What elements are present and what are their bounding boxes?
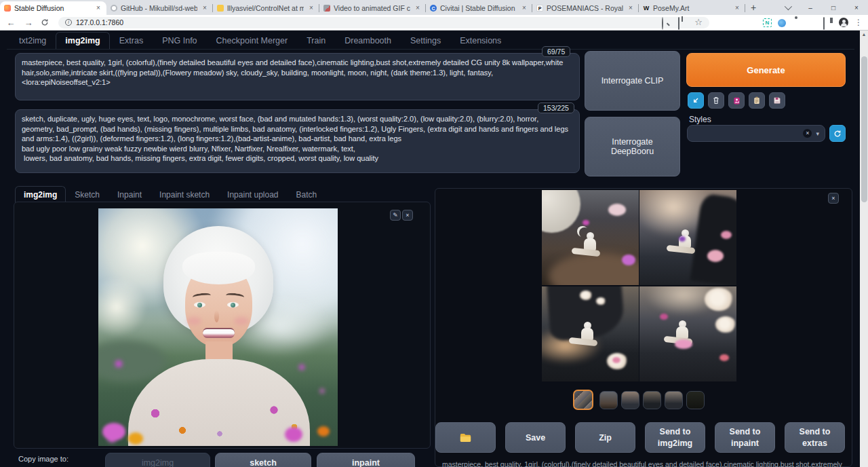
gallery-thumbnail-4[interactable]: [643, 391, 661, 409]
send-to-img2img-button[interactable]: Send to img2img: [645, 422, 705, 453]
tab-settings[interactable]: Settings: [401, 32, 450, 49]
close-gallery-preview-icon[interactable]: ×: [828, 193, 839, 204]
url-text: 127.0.0.1:7860: [76, 18, 123, 26]
browser-tab-posemyart[interactable]: W PoseMy.Art ×: [639, 1, 745, 15]
prompt-input[interactable]: masterpiece, best quality, 1girl, (color…: [15, 53, 580, 100]
browser-tab-civitai[interactable]: C Civitai | Stable Diffusion models ×: [426, 1, 532, 15]
mode-tab-img2img[interactable]: img2img: [15, 186, 66, 203]
open-folder-button[interactable]: [435, 422, 496, 453]
browser-tab-posemaniacs[interactable]: P POSEMANIACS - Royalty free 3 ×: [532, 1, 639, 15]
sidebar-icon[interactable]: [823, 18, 833, 27]
generate-button[interactable]: Generate: [686, 53, 846, 87]
tab-img2img[interactable]: img2img: [56, 32, 109, 49]
styles-dropdown[interactable]: × ▾: [687, 125, 825, 142]
tab-extras[interactable]: Extras: [110, 32, 153, 49]
tab-close-icon[interactable]: ×: [733, 4, 741, 12]
posemyart-favicon: W: [643, 5, 650, 12]
window-maximize-button[interactable]: □: [822, 0, 845, 15]
interrogate-clip-button[interactable]: Interrogate CLIP: [585, 51, 680, 111]
extra-networks-icon[interactable]: [728, 92, 745, 109]
back-icon[interactable]: ←: [5, 18, 16, 28]
negative-prompt-token-counter: 153/225: [538, 102, 574, 113]
copy-to-img2img-button: img2img: [105, 453, 210, 467]
mode-tab-inpaint-sketch[interactable]: Inpaint sketch: [151, 186, 218, 203]
reading-list-icon[interactable]: [808, 18, 817, 27]
browser-tab-github[interactable]: GitHub - Mikubill/sd-webui-con ×: [106, 1, 213, 15]
tab-png-info[interactable]: PNG Info: [153, 32, 206, 49]
stable-diffusion-favicon: [4, 5, 11, 12]
extensions-puzzle-icon[interactable]: [792, 18, 802, 27]
tab-close-icon[interactable]: ×: [414, 4, 422, 12]
remove-image-icon[interactable]: ×: [402, 210, 413, 221]
tab-train[interactable]: Train: [297, 32, 335, 49]
profile-avatar[interactable]: [839, 18, 848, 27]
scrollbar-up-arrow[interactable]: ▲: [860, 31, 868, 39]
gallery-image-4[interactable]: [639, 286, 736, 381]
bookmark-star-icon[interactable]: ☆: [694, 18, 703, 27]
site-info-icon[interactable]: i: [65, 19, 72, 26]
edit-image-pencil-icon[interactable]: ✎: [390, 210, 401, 221]
interrogate-deepbooru-button[interactable]: Interrogate DeepBooru: [585, 117, 680, 176]
browser-tab-stable-diffusion[interactable]: Stable Diffusion ×: [0, 1, 106, 15]
gallery-thumbnail-3[interactable]: [621, 391, 639, 409]
apply-style-clipboard-icon[interactable]: [749, 92, 765, 109]
tab-extensions[interactable]: Extensions: [450, 32, 511, 49]
source-image[interactable]: [98, 208, 338, 446]
tab-close-icon[interactable]: ×: [627, 4, 635, 12]
new-tab-button[interactable]: +: [745, 1, 762, 15]
gallery-thumbnail-2[interactable]: [599, 391, 618, 409]
send-to-extras-button[interactable]: Send to extras: [785, 422, 845, 453]
copy-to-sketch-button[interactable]: sketch: [215, 453, 311, 467]
address-bar[interactable]: i 127.0.0.1:7860 ☆: [58, 17, 709, 29]
copy-to-inpaint-button[interactable]: inpaint: [317, 453, 415, 467]
send-to-inpaint-button[interactable]: Send to inpaint: [715, 422, 775, 453]
copy-image-to-label: Copy image to:: [18, 455, 68, 463]
tab-txt2img[interactable]: txt2img: [9, 32, 56, 49]
negative-prompt-input[interactable]: sketch, duplicate, ugly, huge eyes, text…: [15, 109, 580, 173]
gallery-image-1[interactable]: [542, 190, 639, 285]
clear-prompt-trash-icon[interactable]: [708, 92, 724, 109]
tab-title: POSEMANIACS - Royalty free 3: [547, 4, 623, 12]
window-close-button[interactable]: ×: [845, 0, 868, 15]
browser-menu-icon[interactable]: ⋮: [854, 18, 863, 27]
save-style-floppy-icon[interactable]: [769, 92, 785, 109]
extension-n-icon[interactable]: N: [763, 18, 772, 27]
share-icon[interactable]: [678, 18, 688, 27]
refresh-styles-icon[interactable]: [829, 125, 846, 142]
tab-close-icon[interactable]: ×: [94, 4, 102, 12]
browser-tab-gif-converter[interactable]: Video to animated GIF converter ×: [319, 1, 426, 15]
controlnet-favicon: [217, 5, 224, 12]
gallery-thumbnail-6[interactable]: [686, 391, 705, 409]
zip-button[interactable]: Zip: [575, 422, 635, 453]
tab-close-icon[interactable]: ×: [201, 4, 209, 12]
styles-clear-icon[interactable]: ×: [803, 129, 812, 138]
tab-title: Civitai | Stable Diffusion models: [440, 4, 517, 12]
mode-tab-sketch[interactable]: Sketch: [66, 186, 108, 203]
gallery-image-3[interactable]: [542, 286, 639, 381]
gallery-thumbnail-5[interactable]: [665, 391, 683, 409]
paste-generation-params-icon[interactable]: [688, 92, 704, 109]
reload-icon[interactable]: [41, 18, 52, 26]
tab-close-icon[interactable]: ×: [307, 4, 315, 12]
tab-search-icon[interactable]: [776, 0, 799, 15]
zoom-icon[interactable]: [662, 18, 671, 27]
forward-icon[interactable]: →: [23, 18, 34, 28]
mode-tab-inpaint-upload[interactable]: Inpaint upload: [218, 186, 287, 203]
mode-tab-batch[interactable]: Batch: [288, 186, 326, 203]
save-button[interactable]: Save: [505, 422, 566, 453]
mode-tab-inpaint[interactable]: Inpaint: [108, 186, 151, 203]
scrollbar-thumb[interactable]: [861, 56, 867, 202]
browser-tab-controlnet[interactable]: lllyasviel/ControlNet at main ×: [213, 1, 319, 15]
tab-checkpoint-merger[interactable]: Checkpoint Merger: [207, 32, 298, 49]
gallery-image-2[interactable]: [639, 190, 736, 285]
prompt-token-counter: 69/75: [542, 46, 570, 57]
tab-dreambooth[interactable]: Dreambooth: [335, 32, 401, 49]
browser-tab-strip: Stable Diffusion × GitHub - Mikubill/sd-…: [0, 0, 868, 15]
page-scrollbar[interactable]: ▲: [860, 31, 868, 467]
gallery-thumbnail-1[interactable]: [573, 390, 593, 410]
tab-close-icon[interactable]: ×: [520, 4, 528, 12]
window-minimize-button[interactable]: –: [799, 0, 822, 15]
browser-toolbar: ← → i 127.0.0.1:7860 ☆ N ⋮: [0, 15, 868, 31]
window-controls: – □ ×: [776, 0, 868, 15]
extension-blue-icon[interactable]: [778, 19, 786, 27]
